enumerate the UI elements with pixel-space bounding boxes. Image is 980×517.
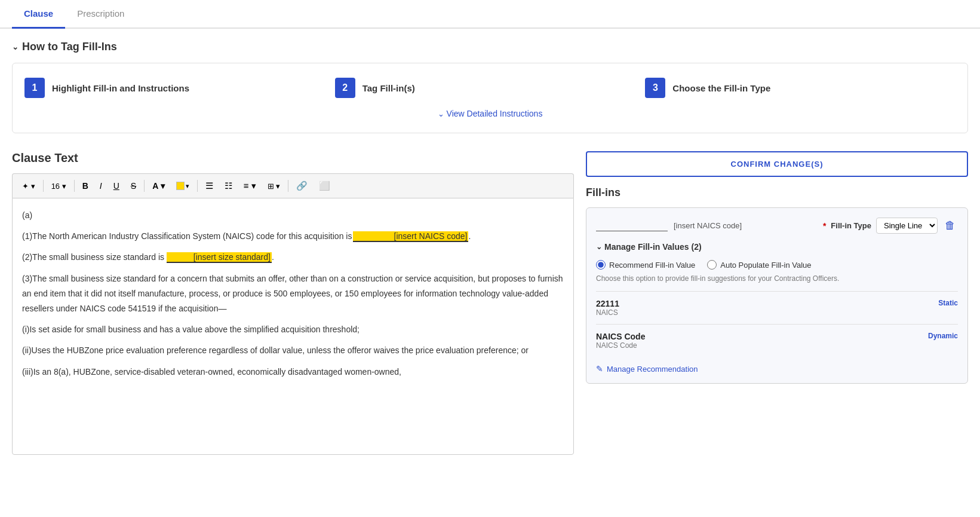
chevron-manage-icon: ⌄ [596,243,602,251]
highlight-color-button[interactable]: ▾ [171,179,194,193]
fill-in-insert-label: [insert NAICS code] [674,221,742,230]
confirm-changes-button[interactable]: CONFIRM CHANGE(S) [586,151,968,177]
value-1-badge: Static [938,299,958,307]
font-size-button[interactable]: 16 ▾ [47,179,71,194]
table-button[interactable]: ⊞ ▾ [263,179,285,194]
link-button[interactable]: 🔗 [291,178,312,194]
magic-wand-button[interactable]: ✦ ▾ [17,179,40,194]
chevron-down-small-icon: ⌄ [438,109,444,118]
manage-rec-icon: ✎ [596,364,603,374]
value-row-2: NAICS Code NAICS Code Dynamic [596,324,958,357]
fill-in-card: [insert NAICS code] * Fill-in Type Singl… [586,207,968,384]
step-1-label: Highlight Fill-in and Instructions [52,83,189,93]
fill-in-header-row: [insert NAICS code] * Fill-in Type Singl… [596,218,958,234]
editor-toolbar: ✦ ▾ 16 ▾ B I U S A ▾ ▾ ☰ ☷ ≡ ▾ ⊞ ▾ 🔗 ⬜ [12,173,574,198]
required-asterisk: * [823,221,826,231]
fill-in-naics: [insert NAICS code] [353,231,468,242]
highlight-swatch [176,182,185,190]
main-content: Clause Text ✦ ▾ 16 ▾ B I U S A ▾ ▾ ☰ ☷ ≡… [0,139,980,455]
step-3-num: 3 [645,78,665,98]
steps-card: 1 Highlight Fill-in and Instructions 2 T… [12,63,968,133]
eraser-button[interactable]: ⬜ [314,178,335,194]
value-2-badge: Dynamic [928,332,958,340]
paragraph-i: (i)Is set aside for small business and h… [22,322,564,337]
ordered-list-button[interactable]: ☷ [220,178,237,194]
toolbar-separator-1 [43,180,44,192]
value-2-info: NAICS Code NAICS Code [596,332,645,350]
how-to-section: ⌄ How to Tag Fill-Ins 1 Highlight Fill-i… [0,29,980,139]
paragraph-ii: (ii)Uses the HUBZone price evaluation pr… [22,343,564,358]
step-2-num: 2 [335,78,355,98]
unordered-list-button[interactable]: ☰ [201,178,218,194]
value-2-main: NAICS Code [596,332,645,341]
toolbar-separator-3 [144,180,145,192]
recommend-fill-in-radio[interactable] [596,260,606,270]
paragraph-3: (3)The small business size standard for … [22,271,564,317]
value-row-1: 22111 NAICS Static [596,291,958,324]
auto-populate-radio-label[interactable]: Auto Populate Fill-in Value [707,260,811,270]
view-instructions-link[interactable]: ⌄ View Detailed Instructions [24,109,956,118]
steps-row: 1 Highlight Fill-in and Instructions 2 T… [24,78,956,98]
fill-ins-title: Fill-ins [586,186,968,199]
fill-in-type-label: Fill-in Type [831,221,871,230]
chevron-down-icon: ⌄ [12,42,19,51]
step-2-label: Tag Fill-in(s) [362,83,415,93]
italic-button[interactable]: I [95,178,107,194]
how-to-title[interactable]: ⌄ How to Tag Fill-Ins [12,41,968,53]
font-color-button[interactable]: A ▾ [148,178,169,194]
clause-text-title: Clause Text [12,151,574,165]
value-1-main: 22111 [596,299,619,308]
auto-populate-radio[interactable] [707,260,717,270]
fill-ins-panel: CONFIRM CHANGE(S) Fill-ins [insert NAICS… [586,151,968,455]
underline-button[interactable]: U [109,178,124,194]
paragraph-a: (a) [22,208,564,223]
toolbar-separator-5 [288,180,288,192]
step-1-num: 1 [24,78,45,98]
tab-prescription[interactable]: Prescription [65,0,136,29]
bold-button[interactable]: B [78,178,93,194]
clause-editor[interactable]: (a) (1)The North American Industry Class… [12,198,574,455]
delete-fill-in-button[interactable]: 🗑 [942,218,958,233]
tab-clause[interactable]: Clause [12,0,65,29]
recommend-fill-in-radio-label[interactable]: Recommend Fill-in Value [596,260,695,270]
fill-in-size-standard: [insert size standard] [167,252,272,263]
value-1-sub: NAICS [596,308,619,317]
toolbar-separator-2 [74,180,75,192]
clause-text-panel: Clause Text ✦ ▾ 16 ▾ B I U S A ▾ ▾ ☰ ☷ ≡… [12,151,586,455]
tabs-container: Clause Prescription [0,0,980,29]
manage-fill-in-values-title[interactable]: ⌄ Manage Fill-in Values (2) [596,242,958,252]
toolbar-separator-4 [197,180,198,192]
value-2-sub: NAICS Code [596,341,645,350]
step-3: 3 Choose the Fill-in Type [645,78,956,98]
fill-in-underline-display [596,221,668,231]
step-1: 1 Highlight Fill-in and Instructions [24,78,335,98]
manage-recommendation-link[interactable]: ✎ Manage Recommendation [596,364,958,374]
step-2: 2 Tag Fill-in(s) [335,78,646,98]
step-3-label: Choose the Fill-in Type [672,83,770,93]
strikethrough-button[interactable]: S [126,178,141,194]
radio-options-row: Recommend Fill-in Value Auto Populate Fi… [596,260,958,270]
value-1-info: 22111 NAICS [596,299,619,317]
fill-in-hint: Choose this option to provide fill-in su… [596,274,958,283]
paragraph-iii: (iii)Is an 8(a), HUBZone, service-disabl… [22,365,564,380]
paragraph-2: (2)The small business size standard is [… [22,250,564,265]
fill-in-type-select[interactable]: Single Line Multi Line Date Number [876,218,938,234]
paragraph-1: (1)The North American Industry Classific… [22,229,564,244]
fill-in-type-group: * Fill-in Type Single Line Multi Line Da… [823,218,958,234]
align-button[interactable]: ≡ ▾ [239,178,261,194]
